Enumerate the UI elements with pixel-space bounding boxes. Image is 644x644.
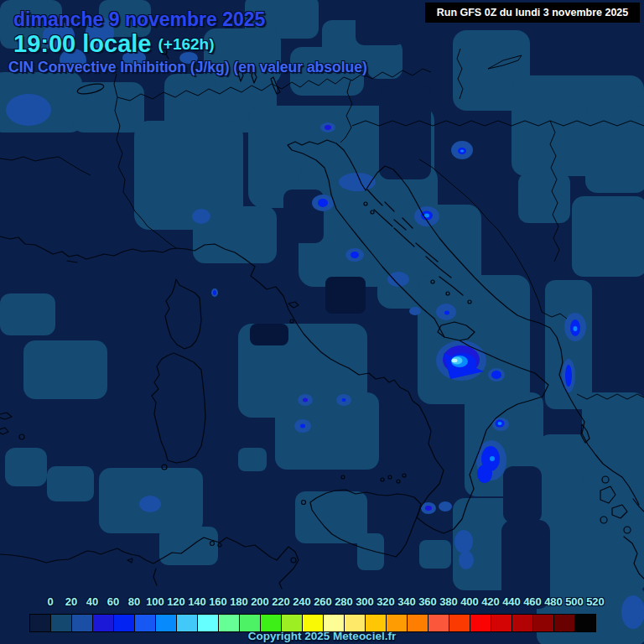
forecast-offset: (+162h): [158, 35, 214, 53]
legend-swatch-4: [114, 615, 135, 631]
legend-swatch-14: [324, 615, 345, 631]
legend-swatch-21: [470, 615, 491, 631]
forecast-time: 19:00 locale(+162h): [13, 30, 215, 58]
legend-swatch-11: [261, 615, 282, 631]
legend-swatch-22: [491, 615, 512, 631]
legend-swatch-16: [366, 615, 387, 631]
legend-swatch-15: [345, 615, 366, 631]
legend-swatch-10: [240, 615, 261, 631]
legend-value-520: 520: [581, 595, 610, 608]
legend-value-labels: 0204060801001201401601802002202402602803…: [29, 595, 616, 610]
legend-swatch-20: [449, 615, 470, 631]
legend-swatch-19: [428, 615, 449, 631]
legend-swatch-6: [156, 615, 177, 631]
cin-map-canvas[interactable]: [0, 0, 644, 644]
legend-swatch-12: [282, 615, 303, 631]
legend-swatch-3: [93, 615, 114, 631]
forecast-date: dimanche 9 novembre 2025: [13, 8, 265, 31]
legend-swatch-23: [512, 615, 533, 631]
legend-swatch-25: [554, 615, 575, 631]
legend-swatch-5: [135, 615, 156, 631]
model-run-label: Run GFS 0Z du lundi 3 novembre 2025: [437, 7, 629, 18]
legend-swatch-17: [387, 615, 408, 631]
legend-swatch-18: [408, 615, 428, 631]
legend-swatch-2: [72, 615, 93, 631]
legend-swatch-9: [219, 615, 240, 631]
model-run-info: Run GFS 0Z du lundi 3 novembre 2025: [425, 3, 640, 23]
legend-swatch-13: [303, 615, 324, 631]
legend-swatch-24: [533, 615, 554, 631]
legend-swatch-0: [30, 615, 51, 631]
legend-swatch-7: [177, 615, 198, 631]
legend-swatch-8: [198, 615, 219, 631]
parameter-title: CIN Convective Inhibition (J/kg) (en val…: [8, 59, 367, 76]
weather-map-page: dimanche 9 novembre 2025 19:00 locale(+1…: [0, 0, 644, 644]
copyright-notice: Copyright 2025 Meteociel.fr: [0, 630, 644, 642]
forecast-time-label: 19:00 locale: [13, 30, 151, 57]
legend-swatch-26: [575, 615, 595, 631]
legend-swatch-1: [51, 615, 72, 631]
